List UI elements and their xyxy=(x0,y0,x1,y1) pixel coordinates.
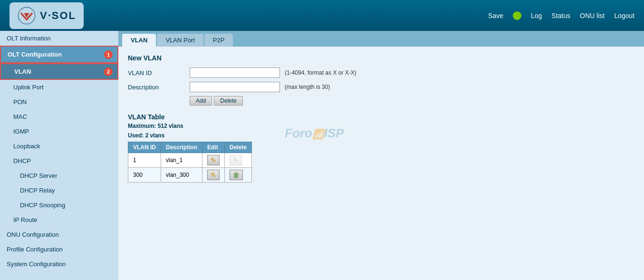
delete-cell: ✎ xyxy=(225,153,252,168)
sidebar-item-dhcp-snooping[interactable]: DHCP Snooping xyxy=(0,198,118,212)
table-row: 300vlan_300✎🗑 xyxy=(128,168,252,183)
vlan-id-label: VLAN ID xyxy=(128,69,185,77)
layout: OLT Information OLT Configuration 1 VLAN… xyxy=(0,31,644,280)
vlan-id-row: VLAN ID (1-4094, format as X or X-X) xyxy=(128,68,634,78)
vlan-id-cell: 300 xyxy=(128,168,161,183)
vlan-table-section: VLAN Table Maximum: 512 vlans Used: 2 vl… xyxy=(128,113,634,183)
col-vlan-id: VLAN ID xyxy=(128,142,161,153)
col-delete: Delete xyxy=(225,142,252,153)
logo: V·SOL xyxy=(10,2,84,29)
sidebar-item-olt-configuration[interactable]: OLT Configuration 1 xyxy=(0,46,118,63)
tab-vlan[interactable]: VLAN xyxy=(122,34,156,47)
onu-list-link[interactable]: ONU list xyxy=(580,12,605,19)
sidebar-item-dhcp-relay[interactable]: DHCP Relay xyxy=(0,183,118,198)
vlan-max: Maximum: 512 vlans xyxy=(128,123,634,129)
delete-row-button[interactable]: ✎ xyxy=(230,155,242,165)
sidebar-item-dhcp-server[interactable]: DHCP Server xyxy=(0,168,118,183)
description-cell: vlan_300 xyxy=(161,168,202,183)
description-input[interactable] xyxy=(190,82,280,92)
logout-link[interactable]: Logout xyxy=(614,12,634,19)
main-content: VLAN VLAN Port P2P New VLAN VLAN ID (1-4… xyxy=(118,31,644,280)
vlan-badge: 2 xyxy=(104,68,113,76)
sidebar-item-system-configuration[interactable]: System Configuration xyxy=(0,257,118,271)
delete-cell: 🗑 xyxy=(225,168,252,183)
vlan-table: VLAN ID Description Edit Delete 1vlan_1✎… xyxy=(128,142,252,183)
add-button[interactable]: Add xyxy=(190,96,212,106)
tab-p2p[interactable]: P2P xyxy=(204,34,233,47)
tab-bar: VLAN VLAN Port P2P xyxy=(118,31,644,47)
description-hint: (max length is 30) xyxy=(285,84,330,90)
save-button[interactable]: Save xyxy=(488,12,503,19)
sidebar-item-mac[interactable]: MAC xyxy=(0,109,118,124)
status-indicator xyxy=(513,11,521,20)
sidebar-item-uplink-port[interactable]: Uplink Port xyxy=(0,80,118,95)
sidebar-item-loopback[interactable]: Loopback xyxy=(0,139,118,154)
status-link[interactable]: Status xyxy=(551,12,570,19)
logo-text: V·SOL xyxy=(40,10,76,22)
sidebar-item-onu-configuration[interactable]: ONU Configuration xyxy=(0,227,118,242)
new-vlan-title: New VLAN xyxy=(128,54,634,62)
vlan-id-cell: 1 xyxy=(128,153,161,168)
sidebar-item-igmp[interactable]: IGMP xyxy=(0,124,118,139)
sidebar-item-vlan[interactable]: VLAN 2 xyxy=(0,63,118,80)
sidebar-item-ip-route[interactable]: IP Route xyxy=(0,212,118,227)
vlan-id-input[interactable] xyxy=(190,68,280,78)
col-description: Description xyxy=(161,142,202,153)
description-row: Description (max length is 30) xyxy=(128,82,634,92)
tab-vlan-port[interactable]: VLAN Port xyxy=(157,34,203,47)
table-row: 1vlan_1✎✎ xyxy=(128,153,252,168)
description-label: Description xyxy=(128,84,185,91)
form-buttons: Add Delete xyxy=(190,96,634,106)
header-actions: Save Log Status ONU list Logout xyxy=(488,11,634,20)
header: V·SOL Save Log Status ONU list Logout xyxy=(0,0,644,31)
delete-button[interactable]: Delete xyxy=(214,96,243,106)
vlan-id-hint: (1-4094, format as X or X-X) xyxy=(285,69,356,76)
sidebar: OLT Information OLT Configuration 1 VLAN… xyxy=(0,31,118,280)
vlan-used: Used: 2 vlans xyxy=(128,132,634,139)
description-cell: vlan_1 xyxy=(161,153,202,168)
delete-row-button[interactable]: 🗑 xyxy=(230,170,243,180)
sidebar-item-pon[interactable]: PON xyxy=(0,95,118,109)
olt-config-badge: 1 xyxy=(104,50,113,59)
sidebar-item-olt-information[interactable]: OLT Information xyxy=(0,31,118,46)
edit-button[interactable]: ✎ xyxy=(207,155,220,165)
vsol-logo-icon xyxy=(17,6,36,25)
content-area: New VLAN VLAN ID (1-4094, format as X or… xyxy=(118,47,644,190)
edit-cell: ✎ xyxy=(202,168,225,183)
col-edit: Edit xyxy=(202,142,225,153)
log-link[interactable]: Log xyxy=(531,12,542,19)
edit-button[interactable]: ✎ xyxy=(207,170,220,180)
vlan-table-title: VLAN Table xyxy=(128,113,634,121)
edit-cell: ✎ xyxy=(202,153,225,168)
sidebar-item-profile-configuration[interactable]: Profile Configuration xyxy=(0,242,118,257)
sidebar-item-dhcp[interactable]: DHCP xyxy=(0,154,118,168)
